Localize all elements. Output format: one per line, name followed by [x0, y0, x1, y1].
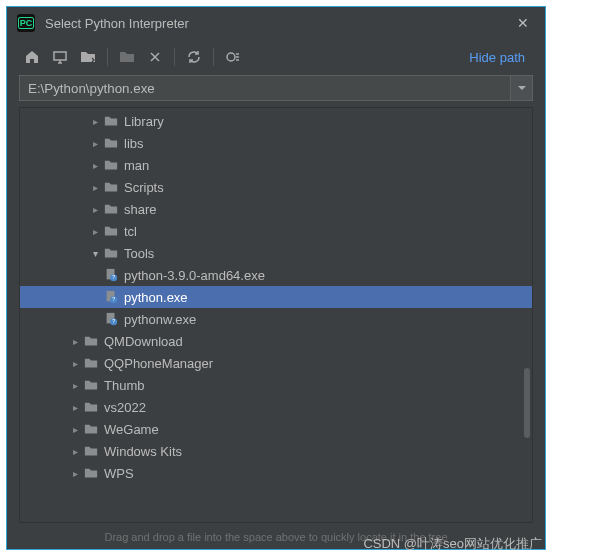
svg-point-1: [227, 53, 235, 61]
expand-chevron-icon[interactable]: ▸: [68, 402, 82, 413]
expand-chevron-icon[interactable]: ▸: [88, 116, 102, 127]
folder-icon: [102, 158, 120, 172]
tree-folder[interactable]: ▾Tools: [20, 242, 532, 264]
tree-item-label: QMDownload: [104, 334, 183, 349]
folder-icon: [82, 400, 100, 414]
folder-icon: [82, 422, 100, 436]
tree-item-label: WeGame: [104, 422, 159, 437]
toolbar-separator: [213, 48, 214, 66]
tree-item-label: Tools: [124, 246, 154, 261]
tree-file[interactable]: ?python-3.9.0-amd64.exe: [20, 264, 532, 286]
svg-text:?: ?: [112, 274, 115, 280]
file-icon: ?: [102, 290, 120, 304]
tree-folder[interactable]: ▸QMDownload: [20, 330, 532, 352]
tree-item-label: Scripts: [124, 180, 164, 195]
tree-item-label: Windows Kits: [104, 444, 182, 459]
delete-button[interactable]: [142, 44, 168, 70]
tree-folder[interactable]: ▸tcl: [20, 220, 532, 242]
expand-chevron-icon[interactable]: ▸: [68, 446, 82, 457]
expand-chevron-icon[interactable]: ▸: [88, 182, 102, 193]
folder-icon: [102, 246, 120, 260]
tree-item-label: tcl: [124, 224, 137, 239]
expand-chevron-icon[interactable]: ▸: [68, 380, 82, 391]
tree-folder[interactable]: ▸vs2022: [20, 396, 532, 418]
expand-chevron-icon[interactable]: ▸: [68, 468, 82, 479]
folder-icon: [102, 180, 120, 194]
tree-file[interactable]: ?pythonw.exe: [20, 308, 532, 330]
window-title: Select Python Interpreter: [45, 16, 511, 31]
tree-folder[interactable]: ▸man: [20, 154, 532, 176]
hide-path-link[interactable]: Hide path: [469, 50, 525, 65]
tree-file[interactable]: ?python.exe: [20, 286, 532, 308]
expand-chevron-icon[interactable]: ▸: [88, 138, 102, 149]
expand-chevron-icon[interactable]: ▾: [88, 248, 102, 259]
tree-folder[interactable]: ▸WPS: [20, 462, 532, 484]
folder-icon: [82, 444, 100, 458]
expand-chevron-icon[interactable]: ▸: [68, 336, 82, 347]
tree-item-label: QQPhoneManager: [104, 356, 213, 371]
project-button[interactable]: [75, 44, 101, 70]
svg-text:?: ?: [112, 318, 115, 324]
titlebar: PC Select Python Interpreter ✕: [7, 7, 545, 39]
toolbar-separator: [107, 48, 108, 66]
show-hidden-button[interactable]: [220, 44, 246, 70]
tree-item-label: share: [124, 202, 157, 217]
refresh-button[interactable]: [181, 44, 207, 70]
svg-rect-0: [54, 52, 66, 60]
path-row: [7, 75, 545, 107]
expand-chevron-icon[interactable]: ▸: [88, 160, 102, 171]
folder-icon: [102, 224, 120, 238]
tree-item-label: python-3.9.0-amd64.exe: [124, 268, 265, 283]
folder-icon: [102, 114, 120, 128]
file-icon: ?: [102, 268, 120, 282]
file-tree[interactable]: ▸Library▸libs▸man▸Scripts▸share▸tcl▾Tool…: [19, 107, 533, 523]
path-dropdown-button[interactable]: [511, 75, 533, 101]
pycharm-app-icon: PC: [17, 14, 35, 32]
path-input[interactable]: [19, 75, 511, 101]
expand-chevron-icon[interactable]: ▸: [88, 226, 102, 237]
tree-item-label: Library: [124, 114, 164, 129]
desktop-button[interactable]: [47, 44, 73, 70]
new-folder-button: [114, 44, 140, 70]
folder-icon: [102, 202, 120, 216]
folder-icon: [82, 356, 100, 370]
tree-folder[interactable]: ▸share: [20, 198, 532, 220]
tree-item-label: Thumb: [104, 378, 144, 393]
tree-item-label: vs2022: [104, 400, 146, 415]
tree-folder[interactable]: ▸Library: [20, 110, 532, 132]
file-icon: ?: [102, 312, 120, 326]
tree-folder[interactable]: ▸WeGame: [20, 418, 532, 440]
folder-icon: [82, 334, 100, 348]
folder-icon: [82, 378, 100, 392]
tree-folder[interactable]: ▸QQPhoneManager: [20, 352, 532, 374]
home-button[interactable]: [19, 44, 45, 70]
tree-item-label: pythonw.exe: [124, 312, 196, 327]
tree-folder[interactable]: ▸Thumb: [20, 374, 532, 396]
folder-icon: [82, 466, 100, 480]
expand-chevron-icon[interactable]: ▸: [68, 358, 82, 369]
tree-folder[interactable]: ▸libs: [20, 132, 532, 154]
scrollbar-thumb[interactable]: [524, 368, 530, 438]
tree-item-label: libs: [124, 136, 144, 151]
tree-folder[interactable]: ▸Scripts: [20, 176, 532, 198]
tree-item-label: man: [124, 158, 149, 173]
folder-icon: [102, 136, 120, 150]
expand-chevron-icon[interactable]: ▸: [88, 204, 102, 215]
tree-item-label: WPS: [104, 466, 134, 481]
drop-hint: Drag and drop a file into the space abov…: [7, 531, 545, 549]
close-button[interactable]: ✕: [511, 15, 535, 31]
tree-folder[interactable]: ▸Windows Kits: [20, 440, 532, 462]
svg-text:?: ?: [112, 296, 115, 302]
tree-item-label: python.exe: [124, 290, 188, 305]
toolbar-separator: [174, 48, 175, 66]
expand-chevron-icon[interactable]: ▸: [68, 424, 82, 435]
select-interpreter-dialog: PC Select Python Interpreter ✕ Hide path: [6, 6, 546, 550]
toolbar: Hide path: [7, 39, 545, 75]
